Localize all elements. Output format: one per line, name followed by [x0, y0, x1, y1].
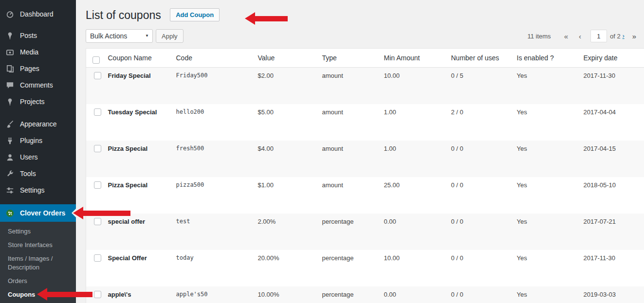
- coupons-table: Coupon Name Code Value Type Min Amount N…: [86, 48, 644, 303]
- coupon-expiry-cell: 2019-03-03: [579, 286, 644, 303]
- coupon-value-cell: $2.00: [253, 68, 317, 104]
- active-menu-notch: [72, 209, 76, 217]
- first-page-button: «: [559, 32, 573, 40]
- apply-button[interactable]: Apply: [156, 29, 184, 43]
- table-header: Coupon Name Code Value Type Min Amount N…: [86, 49, 644, 68]
- sidebar-item-settings[interactable]: Settings: [0, 182, 76, 198]
- coupon-type-cell: percentage: [317, 250, 379, 286]
- bulk-actions-group: Bulk Actions ▼ Apply: [86, 29, 184, 43]
- coupon-name-cell: special offer: [103, 214, 171, 250]
- row-checkbox[interactable]: [94, 291, 101, 298]
- page-title: List of coupons: [86, 8, 161, 22]
- coupon-expiry-cell: 2017-11-30: [579, 68, 644, 104]
- coupon-type-cell: amount: [317, 104, 379, 141]
- bulk-actions-selected-value: Bulk Actions: [90, 32, 127, 40]
- next-page-link[interactable]: ›: [623, 33, 625, 39]
- submenu-item-settings[interactable]: Settings: [0, 225, 76, 238]
- coupon-min-amount-cell: 1.00: [379, 141, 446, 177]
- sidebar-item-users[interactable]: Users: [0, 149, 76, 165]
- coupon-uses-cell: 0 / 0: [446, 250, 512, 286]
- coupon-uses-cell: 0 / 0: [446, 286, 512, 303]
- coupon-type-cell: amount: [317, 177, 379, 214]
- table-row: Pizza Special pizza500 $1.00 amount 25.0…: [86, 177, 644, 214]
- coupon-value-cell: 10.00%: [253, 286, 317, 303]
- add-coupon-button[interactable]: Add Coupon: [170, 8, 220, 21]
- row-checkbox-cell: [86, 104, 103, 141]
- sidebar-item-plugins[interactable]: Plugins: [0, 132, 76, 149]
- column-header-number-of-uses: Number of uses: [446, 49, 512, 68]
- coupon-value-cell: $5.00: [253, 104, 317, 141]
- row-checkbox[interactable]: [94, 145, 101, 152]
- coupon-min-amount-cell: 0.00: [379, 214, 446, 250]
- row-checkbox-cell: [86, 286, 103, 303]
- coupon-code-cell: fresh500: [171, 141, 253, 177]
- column-header-code: Code: [171, 49, 253, 68]
- coupon-name-cell: Friday Special: [103, 68, 171, 104]
- row-checkbox[interactable]: [94, 218, 101, 225]
- coupon-type-cell: percentage: [317, 286, 379, 303]
- select-all-cell: [86, 49, 103, 68]
- coupon-code-cell: hello200: [171, 104, 253, 141]
- coupon-expiry-cell: 2018-05-10: [579, 177, 644, 214]
- row-checkbox[interactable]: [94, 181, 101, 189]
- coupon-code-cell: apple's50: [171, 286, 253, 303]
- column-header-value: Value: [253, 49, 317, 68]
- column-header-coupon-name: Coupon Name: [103, 49, 171, 68]
- user-icon: [5, 153, 15, 162]
- sidebar-item-label: Comments: [20, 81, 53, 89]
- plug-icon: [5, 136, 15, 145]
- coupon-value-cell: 20.00%: [253, 250, 317, 286]
- row-checkbox[interactable]: [94, 72, 101, 79]
- sidebar-item-pages[interactable]: Pages: [0, 60, 76, 77]
- prev-page-button: ‹: [573, 32, 587, 40]
- column-header-min-amount: Min Amount: [379, 49, 446, 68]
- table-row: Tuesday Special hello200 $5.00 amount 1.…: [86, 104, 644, 141]
- coupon-expiry-cell: 2017-11-30: [579, 250, 644, 286]
- sidebar-item-label: Tools: [20, 170, 36, 178]
- items-count: 11 items: [527, 33, 551, 40]
- table-row: Friday Special Friday500 $2.00 amount 10…: [86, 68, 644, 104]
- coupon-enabled-cell: Yes: [512, 286, 579, 303]
- sidebar-item-label: Users: [20, 153, 38, 161]
- sidebar-item-label: Settings: [20, 186, 45, 194]
- sidebar-item-tools[interactable]: Tools: [0, 165, 76, 182]
- sidebar-item-dashboard[interactable]: Dashboard: [0, 6, 76, 22]
- clover-orders-submenu: Settings Store Interfaces Items / Images…: [0, 222, 76, 303]
- sidebar-item-media[interactable]: Media: [0, 44, 76, 60]
- last-page-button[interactable]: »: [628, 32, 638, 40]
- row-checkbox[interactable]: [94, 254, 101, 262]
- table-toolbar: Bulk Actions ▼ Apply 11 items « ‹ of 2 ›…: [86, 29, 638, 43]
- submenu-item-items-images-description[interactable]: Items / Images / Description: [0, 252, 76, 274]
- select-all-checkbox[interactable]: [92, 56, 100, 64]
- submenu-item-coupons[interactable]: Coupons: [0, 288, 76, 302]
- main-content: List of coupons Add Coupon Bulk Actions …: [76, 0, 644, 303]
- sidebar-item-comments[interactable]: Comments: [0, 77, 76, 93]
- comment-icon: [5, 81, 15, 90]
- admin-sidebar: Dashboard Posts Media Pages Comments Pro…: [0, 0, 76, 303]
- coupon-name-cell: Pizza Special: [103, 141, 171, 177]
- coupon-code-cell: test: [171, 214, 253, 250]
- chevron-down-icon: ▼: [145, 30, 149, 42]
- sidebar-item-appearance[interactable]: Appearance: [0, 116, 76, 132]
- sidebar-item-label: Media: [20, 48, 38, 56]
- sidebar-item-posts[interactable]: Posts: [0, 27, 76, 44]
- pushpin-icon: [5, 97, 15, 107]
- coupon-value-cell: $1.00: [253, 177, 317, 214]
- submenu-item-store-interfaces[interactable]: Store Interfaces: [0, 238, 76, 252]
- dashboard-icon: [5, 10, 15, 19]
- table-row: Pizza Special fresh500 $4.00 amount 1.00…: [86, 141, 644, 177]
- sidebar-item-label: Appearance: [20, 120, 57, 128]
- coupon-code-cell: pizza500: [171, 177, 253, 214]
- sidebar-item-clover-orders[interactable]: Clover Orders: [0, 204, 76, 222]
- row-checkbox-cell: [86, 68, 103, 104]
- row-checkbox[interactable]: [94, 108, 101, 116]
- coupon-value-cell: $4.00: [253, 141, 317, 177]
- total-pages-label: of 2: [610, 33, 621, 40]
- sidebar-item-projects[interactable]: Projects: [0, 93, 76, 110]
- pagination: 11 items « ‹ of 2 › »: [527, 30, 638, 42]
- submenu-item-orders[interactable]: Orders: [0, 274, 76, 288]
- bulk-actions-select[interactable]: Bulk Actions ▼: [86, 29, 153, 43]
- current-page-input[interactable]: [590, 30, 607, 42]
- coupon-min-amount-cell: 25.00: [379, 177, 446, 214]
- coupon-enabled-cell: Yes: [512, 141, 579, 177]
